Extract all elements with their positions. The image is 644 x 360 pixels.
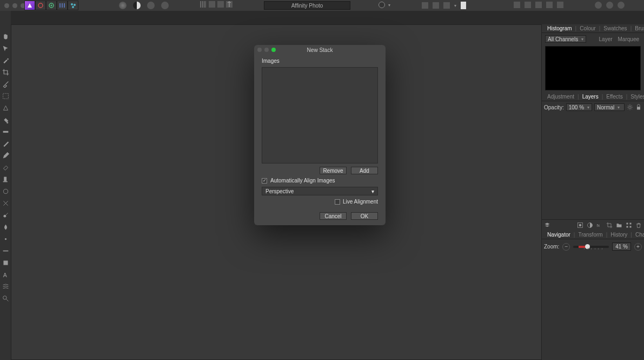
photo-persona-icon[interactable] [24,1,35,10]
toolbar-icon[interactable] [200,1,207,8]
assistant-icon[interactable] [461,2,466,9]
toolbar-icon[interactable] [606,2,613,9]
quickmask-icon[interactable] [379,2,385,8]
dialog-titlebar[interactable]: New Stack [254,45,386,55]
tab-histogram[interactable]: Histogram [546,25,573,31]
layers-list[interactable] [542,113,644,219]
dodge-tool-icon[interactable] [2,187,9,195]
tab-layers[interactable]: Layers [581,94,600,100]
dropdown-arrow-icon[interactable]: ▾ [388,3,390,8]
ok-button[interactable]: OK [351,212,378,220]
zoom-value[interactable]: 41 % [612,243,631,251]
gradient-tool-icon[interactable] [2,128,9,135]
toolbar-icon[interactable] [217,1,224,8]
mask-icon[interactable] [577,222,583,228]
trash-icon[interactable] [635,222,642,228]
hand-tool-icon[interactable] [2,32,9,40]
blendmode-dropdown[interactable]: Normal ▾ [594,103,625,111]
svg-point-15 [3,296,6,299]
folder-icon[interactable] [616,222,622,228]
tool-icon[interactable] [2,247,9,254]
remove-button[interactable]: Remove [320,167,347,174]
live-alignment-checkbox[interactable] [335,199,340,205]
toolbar-icon[interactable] [119,2,127,9]
tone-mapping-persona-icon[interactable] [57,1,68,10]
fill-tool-icon[interactable] [2,116,9,123]
toolbar-icon[interactable] [546,2,553,8]
add-layer-icon[interactable] [626,222,632,228]
clone-tool-icon[interactable] [2,175,9,183]
toolbar-icon[interactable] [557,2,563,8]
zoom-tool-icon[interactable] [2,294,9,302]
auto-align-checkbox[interactable] [262,178,267,184]
toolbar-icon[interactable] [514,2,520,8]
erase-tool-icon[interactable] [2,163,9,171]
tab-styles[interactable]: Styles [629,94,644,100]
liquify-persona-icon[interactable] [35,1,46,10]
toolbar-icon[interactable] [422,2,428,9]
histogram-panel-tabs: Histogram | Colour | Swatches | Brushes [542,24,644,33]
gear-icon[interactable] [627,104,633,110]
channels-dropdown[interactable]: All Channels ▾ [545,35,586,43]
flood-select-icon[interactable] [2,104,9,112]
zoom-slider[interactable] [573,246,609,248]
tab-effects[interactable]: Effects [605,94,623,100]
layers-panel-tabs: Adjustment | Layers | Effects | Styles |… [542,93,644,101]
alignment-mode-dropdown[interactable]: Perspective ▾ [262,187,378,195]
brush-tool-icon[interactable] [2,140,9,147]
zoom-in-button[interactable]: + [634,243,642,251]
toolbar-icon[interactable] [133,2,141,9]
toolbar-icon[interactable] [226,1,233,8]
persona-switcher[interactable] [24,1,78,10]
tab-navigator[interactable]: Navigator [546,232,572,238]
colour-picker-icon[interactable] [2,56,9,64]
text-tool-icon[interactable]: A [2,271,9,278]
tab-channels[interactable]: Channels [634,232,644,238]
layer-button[interactable]: Layer [597,36,614,42]
blur-tool-icon[interactable] [2,223,9,231]
layers-icon[interactable] [544,222,550,228]
adjustment-icon[interactable] [587,222,593,228]
window-traffic-lights[interactable] [4,3,25,8]
toolbar-icon[interactable] [618,2,625,9]
cancel-button[interactable]: Cancel [320,212,347,220]
navigator-preview[interactable] [542,254,644,360]
zoom-out-button[interactable]: − [562,243,570,251]
selection-brush-icon[interactable] [2,80,9,88]
dialog-traffic-lights[interactable] [257,48,276,52]
toolbar-icon[interactable] [443,2,450,9]
tool-icon[interactable] [2,235,9,243]
tab-adjustment[interactable]: Adjustment [546,94,575,100]
mesh-warp-icon[interactable] [2,283,9,290]
tab-transform[interactable]: Transform [577,232,603,238]
burn-tool-icon[interactable] [2,199,9,207]
add-button[interactable]: Add [351,167,378,174]
smudge-tool-icon[interactable] [2,211,9,219]
opacity-dropdown[interactable]: 100 % ▾ [566,103,592,111]
develop-persona-icon[interactable] [46,1,57,10]
toolbar-icon[interactable] [433,2,439,9]
shape-tool-icon[interactable] [2,259,9,266]
toolbar-icon[interactable] [535,2,542,8]
crop-icon[interactable] [606,222,613,228]
tab-history[interactable]: History [609,232,628,238]
tab-brushes[interactable]: Brushes [634,25,644,31]
export-persona-icon[interactable] [68,1,78,10]
images-list[interactable] [262,67,378,163]
pencil-tool-icon[interactable] [2,152,9,159]
fx-icon[interactable]: fx [596,222,603,228]
toolbar-icon[interactable] [525,2,531,8]
dropdown-arrow-icon[interactable]: ▾ [454,3,456,8]
toolbar-icon[interactable] [161,2,169,9]
live-alignment-label: Live Alignment [343,199,378,205]
marquee-button[interactable]: Marquee [616,36,641,42]
marquee-tool-icon[interactable] [2,92,9,100]
lock-icon[interactable] [635,104,642,110]
move-tool-icon[interactable] [2,44,9,52]
toolbar-icon[interactable] [595,2,602,9]
toolbar-icon[interactable] [147,2,155,9]
crop-tool-icon[interactable] [2,68,9,76]
toolbar-icon[interactable] [209,1,215,8]
tab-colour[interactable]: Colour [579,25,596,31]
tab-swatches[interactable]: Swatches [602,25,628,31]
